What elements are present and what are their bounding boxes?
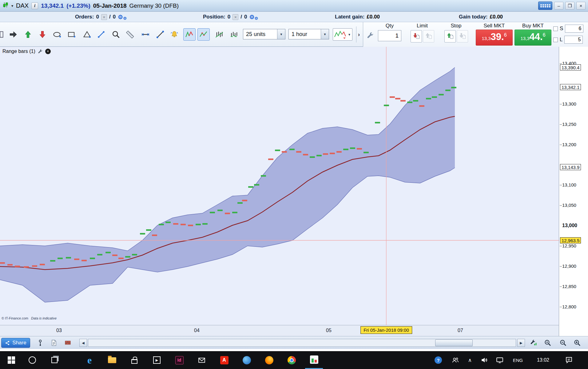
action-center-button[interactable] — [560, 351, 578, 369]
stop-buy-order-button[interactable] — [444, 30, 456, 42]
units-select[interactable]: 25 units ▼ — [243, 29, 285, 39]
trading-app-taskbar-button[interactable] — [305, 351, 323, 369]
time-axis[interactable]: Fri 05-Jan-2018 09:00 03040507 — [0, 325, 559, 336]
partial-tool-icon[interactable] — [0, 28, 6, 41]
chart-type-line-icon[interactable] — [197, 28, 210, 41]
chart-style-preview-button[interactable]: ▼ — [333, 28, 352, 41]
trade-settings-wrench-icon[interactable] — [366, 31, 374, 39]
position-settings-gear-small-icon: ⚙ — [254, 16, 258, 20]
range-bar — [261, 175, 266, 177]
next-tool-icon[interactable] — [7, 28, 19, 41]
help-tray-button[interactable]: ? — [429, 351, 447, 369]
buy-arrow-icon[interactable] — [22, 28, 34, 41]
timeframe-select-caret-icon[interactable]: ▼ — [321, 29, 329, 39]
network-tray-button[interactable] — [493, 351, 507, 369]
limit-distance-input[interactable] — [564, 36, 583, 44]
rectangle-tool-icon[interactable] — [66, 28, 78, 41]
sell-market-button[interactable]: 13,339.6 — [476, 30, 513, 46]
qty-input[interactable] — [378, 30, 401, 41]
buy-market-button[interactable]: 13,344.6 — [514, 30, 551, 46]
keyboard-button[interactable] — [538, 2, 552, 10]
people-tray-button[interactable] — [447, 351, 464, 369]
instrument-dropdown-caret[interactable]: ▾ — [11, 4, 13, 8]
instrument-name[interactable]: DAX — [16, 2, 29, 9]
chart-settings-icon[interactable] — [529, 338, 538, 347]
stop-distance-input[interactable] — [565, 25, 583, 33]
watermark-copyright: © IT-Finance.com — [2, 316, 28, 320]
ellipse-tool-icon[interactable] — [51, 28, 63, 41]
stop-sell-order-button[interactable] — [457, 30, 468, 42]
bricks-icon[interactable] — [63, 338, 73, 347]
chrome-taskbar-button[interactable] — [283, 351, 300, 369]
report-page-icon[interactable] — [49, 338, 58, 347]
position-settings-gear-icon[interactable]: ⚙ — [249, 14, 254, 20]
thunderbird-taskbar-button[interactable] — [238, 351, 256, 369]
edge-taskbar-button[interactable]: e — [81, 351, 98, 369]
limit-sell-order-button[interactable] — [411, 30, 422, 42]
tray-overflow-button[interactable]: ∧ — [464, 351, 476, 369]
restore-button[interactable]: ❒ — [565, 2, 574, 10]
clock[interactable]: 13:02 — [531, 351, 555, 369]
indesign-taskbar-button[interactable]: Id — [170, 351, 188, 369]
limit-buy-order-button[interactable] — [423, 30, 434, 42]
zoom-reset-icon[interactable] — [543, 338, 552, 347]
zoom-out-icon[interactable] — [558, 338, 568, 347]
firefox-taskbar-button[interactable] — [260, 351, 278, 369]
pin-icon[interactable] — [36, 338, 45, 347]
scroll-right-button[interactable]: ▶ — [517, 339, 525, 347]
mail-taskbar-button[interactable] — [193, 351, 211, 369]
file-explorer-taskbar-button[interactable] — [103, 351, 121, 369]
volume-tray-button[interactable] — [477, 351, 491, 369]
stop-distance-checkbox[interactable] — [553, 26, 558, 31]
sell-arrow-icon[interactable] — [36, 28, 49, 41]
indicator-settings-wrench-icon[interactable] — [38, 49, 43, 54]
trend-segment-tool-icon[interactable] — [95, 28, 107, 41]
ruler-tool-icon[interactable] — [124, 28, 136, 41]
language-indicator[interactable]: ENG — [509, 351, 527, 369]
alert-bell-icon[interactable] — [168, 28, 181, 41]
stop-label: Stop — [443, 23, 469, 29]
indicator-close-icon[interactable]: × — [45, 49, 51, 54]
triangle-tool-icon[interactable] — [81, 28, 93, 41]
chart-type-zigzag-icon[interactable] — [183, 28, 196, 41]
range-bar — [118, 258, 124, 259]
adobe-taskbar-button[interactable]: A — [215, 351, 233, 369]
store-taskbar-button[interactable] — [125, 351, 143, 369]
start-button[interactable] — [2, 351, 20, 369]
windows-logo-icon — [8, 356, 15, 364]
edge-icon: e — [87, 355, 92, 366]
horizontal-line-tool-icon[interactable] — [139, 28, 152, 41]
chart-style-caret-icon[interactable]: ▼ — [348, 33, 351, 36]
limit-distance-checkbox[interactable] — [553, 38, 558, 42]
indicator-name: Range bars (1) — [2, 49, 35, 54]
scroll-left-button[interactable]: ◀ — [79, 339, 87, 347]
buy-mkt-label: Buy MKT — [514, 23, 551, 29]
position-clear-button[interactable]: × — [232, 14, 238, 20]
orders-settings-gear-icon[interactable]: ⚙ — [118, 14, 123, 20]
minimize-button[interactable]: – — [554, 2, 563, 10]
latent-gain-value: £0.00 — [367, 14, 380, 20]
chart-type-bars-icon[interactable] — [213, 28, 225, 41]
task-view-button[interactable] — [46, 351, 63, 369]
price-chart[interactable] — [0, 47, 559, 325]
cortana-button[interactable] — [23, 351, 41, 369]
close-button[interactable]: × — [576, 2, 586, 10]
timeframe-select[interactable]: 1 hour ▼ — [288, 29, 329, 39]
units-select-caret-icon[interactable]: ▼ — [277, 29, 285, 39]
media-player-taskbar-button[interactable]: ▶ — [148, 351, 166, 369]
orders-clear-button[interactable]: × — [101, 14, 107, 20]
chart-type-bars-alt-icon[interactable] — [228, 28, 240, 41]
zoom-tool-icon[interactable] — [110, 28, 122, 41]
info-button[interactable]: i — [31, 2, 38, 9]
chart-scrollbar-track[interactable] — [88, 339, 516, 347]
toolbar-separator — [356, 26, 356, 42]
share-button[interactable]: Share — [1, 338, 30, 348]
zoom-in-icon[interactable] — [573, 338, 582, 347]
range-bar — [125, 256, 130, 258]
gain-today: Gain today: £0.00 — [459, 12, 503, 22]
range-bar — [50, 260, 55, 262]
trend-line-tool-icon[interactable] — [154, 28, 166, 41]
chart-scrollbar-thumb[interactable] — [435, 339, 473, 346]
toolbar-overflow-chevron[interactable]: › — [358, 31, 360, 38]
price-axis[interactable]: 13,40013,390.413,342.113,30013,25013,200… — [559, 47, 588, 336]
